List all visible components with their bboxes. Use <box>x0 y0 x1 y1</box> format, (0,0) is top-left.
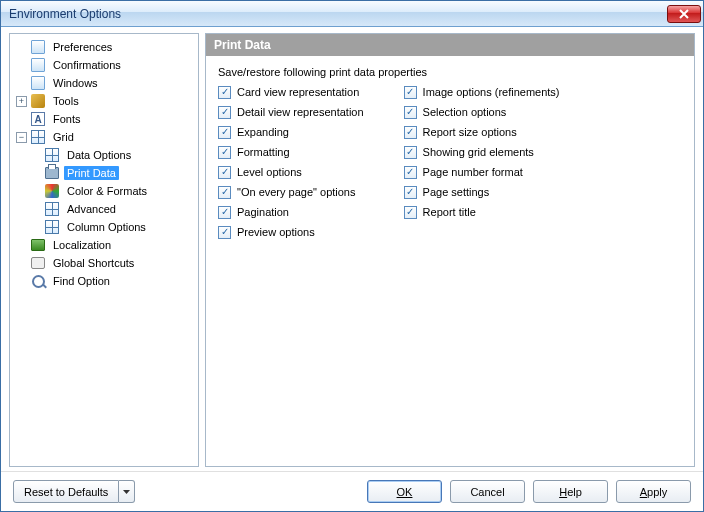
tree-item-windows[interactable]: Windows <box>12 74 196 92</box>
checkbox[interactable]: ✓ <box>404 166 417 179</box>
expand-icon[interactable]: + <box>16 96 27 107</box>
tree-label: Localization <box>50 238 114 252</box>
checkbox[interactable]: ✓ <box>218 106 231 119</box>
dialog-window: Environment Options Preferences Confirma… <box>0 0 704 512</box>
expander-placeholder <box>16 276 27 287</box>
checkbox-label: "On every page" options <box>237 186 356 198</box>
checkbox[interactable]: ✓ <box>218 226 231 239</box>
tree-item-preferences[interactable]: Preferences <box>12 38 196 56</box>
checkbox[interactable]: ✓ <box>218 86 231 99</box>
expander-placeholder <box>16 114 27 125</box>
tree-item-find-option[interactable]: Find Option <box>12 272 196 290</box>
reset-defaults-dropdown[interactable] <box>119 480 135 503</box>
windows-icon <box>30 75 46 91</box>
checkbox[interactable]: ✓ <box>218 166 231 179</box>
data-options-icon <box>44 147 60 163</box>
close-button[interactable] <box>667 5 701 23</box>
checkbox-row[interactable]: ✓Selection options <box>404 104 560 120</box>
nav-tree[interactable]: Preferences Confirmations Windows + Tool… <box>9 33 199 467</box>
tree-item-localization[interactable]: Localization <box>12 236 196 254</box>
tree-label: Preferences <box>50 40 115 54</box>
tree-item-color-formats[interactable]: Color & Formats <box>12 182 196 200</box>
checkbox[interactable]: ✓ <box>404 186 417 199</box>
tree-label: Column Options <box>64 220 149 234</box>
checkbox-label: Level options <box>237 166 302 178</box>
grid-icon <box>30 129 46 145</box>
checkbox-column-left: ✓Card view representation✓Detail view re… <box>218 84 364 240</box>
expander-placeholder <box>16 240 27 251</box>
checkbox-row[interactable]: ✓Report title <box>404 204 560 220</box>
window-title: Environment Options <box>9 7 667 21</box>
localization-icon <box>30 237 46 253</box>
checkbox[interactable]: ✓ <box>404 126 417 139</box>
checkbox[interactable]: ✓ <box>218 146 231 159</box>
tree-item-confirmations[interactable]: Confirmations <box>12 56 196 74</box>
tree-label: Data Options <box>64 148 134 162</box>
checkbox[interactable]: ✓ <box>404 86 417 99</box>
checkbox-label: Report size options <box>423 126 517 138</box>
checkbox-label: Report title <box>423 206 476 218</box>
checkbox-row[interactable]: ✓Expanding <box>218 124 364 140</box>
chevron-down-icon <box>123 490 130 494</box>
cancel-button[interactable]: Cancel <box>450 480 525 503</box>
checkbox-label: Showing grid elements <box>423 146 534 158</box>
tree-item-column-options[interactable]: Column Options <box>12 218 196 236</box>
checkbox-row[interactable]: ✓Report size options <box>404 124 560 140</box>
checkbox-label: Preview options <box>237 226 315 238</box>
tree-item-tools[interactable]: + Tools <box>12 92 196 110</box>
checkbox-label: Image options (refinements) <box>423 86 560 98</box>
ok-button[interactable]: OK <box>367 480 442 503</box>
tree-item-fonts[interactable]: A Fonts <box>12 110 196 128</box>
tree-item-data-options[interactable]: Data Options <box>12 146 196 164</box>
checkbox[interactable]: ✓ <box>404 206 417 219</box>
checkbox-row[interactable]: ✓Level options <box>218 164 364 180</box>
checkbox-row[interactable]: ✓Formatting <box>218 144 364 160</box>
advanced-icon <box>44 201 60 217</box>
checkbox-label: Pagination <box>237 206 289 218</box>
tree-item-global-shortcuts[interactable]: Global Shortcuts <box>12 254 196 272</box>
checkbox-label: Page number format <box>423 166 523 178</box>
checkbox-row[interactable]: ✓Card view representation <box>218 84 364 100</box>
help-button[interactable]: Help <box>533 480 608 503</box>
checkbox-row[interactable]: ✓Pagination <box>218 204 364 220</box>
checkbox[interactable]: ✓ <box>404 146 417 159</box>
checkbox-row[interactable]: ✓"On every page" options <box>218 184 364 200</box>
checkbox-label: Page settings <box>423 186 490 198</box>
checkbox-label: Expanding <box>237 126 289 138</box>
checkbox[interactable]: ✓ <box>218 126 231 139</box>
button-label: Reset to Defaults <box>24 486 108 498</box>
checkbox-row[interactable]: ✓Showing grid elements <box>404 144 560 160</box>
fonts-icon: A <box>30 111 46 127</box>
checkbox-row[interactable]: ✓Page settings <box>404 184 560 200</box>
checkbox-row[interactable]: ✓Detail view representation <box>218 104 364 120</box>
confirmations-icon <box>30 57 46 73</box>
tree-item-print-data[interactable]: Print Data <box>12 164 196 182</box>
tree-item-advanced[interactable]: Advanced <box>12 200 196 218</box>
print-icon <box>44 165 60 181</box>
expander-placeholder <box>16 60 27 71</box>
button-bar: Reset to Defaults OK Cancel Help Apply <box>1 471 703 511</box>
checkbox-label: Formatting <box>237 146 290 158</box>
collapse-icon[interactable]: − <box>16 132 27 143</box>
checkbox[interactable]: ✓ <box>218 186 231 199</box>
panel-title: Print Data <box>206 34 694 56</box>
checkbox-label: Selection options <box>423 106 507 118</box>
button-label: Apply <box>640 486 668 498</box>
tree-label: Print Data <box>64 166 119 180</box>
apply-button[interactable]: Apply <box>616 480 691 503</box>
checkbox[interactable]: ✓ <box>218 206 231 219</box>
shortcuts-icon <box>30 255 46 271</box>
button-label: Cancel <box>470 486 504 498</box>
tree-label: Advanced <box>64 202 119 216</box>
checkbox-row[interactable]: ✓Preview options <box>218 224 364 240</box>
reset-defaults-split-button[interactable]: Reset to Defaults <box>13 480 135 503</box>
expander-placeholder <box>16 78 27 89</box>
tree-label: Color & Formats <box>64 184 150 198</box>
checkbox-row[interactable]: ✓Page number format <box>404 164 560 180</box>
checkbox[interactable]: ✓ <box>404 106 417 119</box>
tree-item-grid[interactable]: − Grid <box>12 128 196 146</box>
reset-defaults-button[interactable]: Reset to Defaults <box>13 480 119 503</box>
checkbox-row[interactable]: ✓Image options (refinements) <box>404 84 560 100</box>
color-icon <box>44 183 60 199</box>
button-label: Help <box>559 486 582 498</box>
